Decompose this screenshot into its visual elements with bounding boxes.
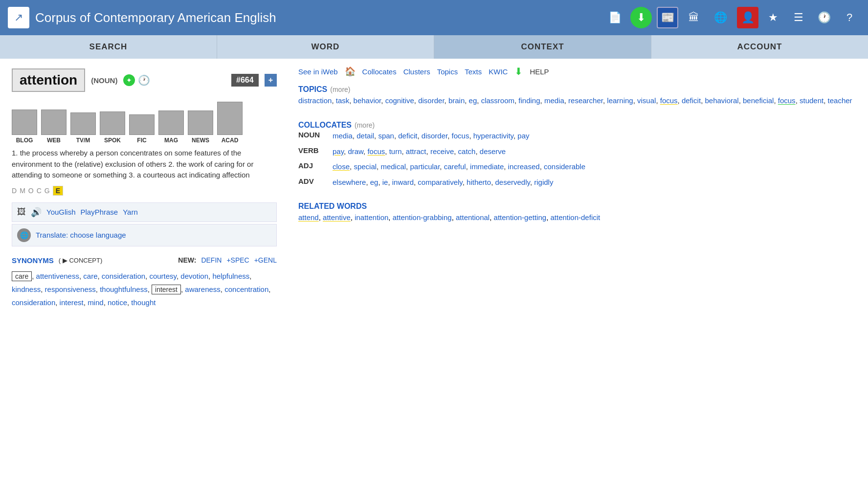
synonym-word[interactable]: interest (152, 285, 181, 294)
texts-link[interactable]: Texts (465, 67, 482, 76)
star-icon[interactable]: ★ (762, 7, 784, 28)
list-icon[interactable]: ☰ (788, 7, 809, 28)
colloc-word[interactable]: special (354, 162, 377, 171)
synonym-word[interactable]: care (83, 272, 97, 280)
related-word[interactable]: attend (298, 213, 319, 222)
topics-more[interactable]: (more) (330, 86, 350, 93)
topic-word[interactable]: learning (607, 96, 633, 105)
synonym-word[interactable]: consideration (102, 272, 145, 280)
topic-word[interactable]: brain (448, 96, 465, 105)
colloc-word[interactable]: catch (458, 147, 476, 156)
document-icon[interactable]: 📄 (604, 7, 625, 28)
synonym-word[interactable]: responsiveness (45, 285, 96, 293)
colloc-word[interactable]: media (333, 132, 353, 140)
genre-bar-mag[interactable]: MAG (158, 111, 184, 144)
colloc-word[interactable]: close (333, 162, 350, 171)
spec-link[interactable]: +SPEC (226, 256, 249, 264)
colloc-word[interactable]: draw (348, 147, 363, 156)
topic-word[interactable]: media (544, 96, 564, 105)
topic-word[interactable]: beneficial (743, 96, 774, 105)
translate-link[interactable]: Translate: choose language (36, 231, 126, 239)
genre-bar-acad[interactable]: ACAD (217, 102, 243, 144)
colloc-word[interactable]: comparatively (418, 178, 462, 186)
colloc-word[interactable]: focus (367, 147, 385, 156)
help-text-link[interactable]: HELP (530, 67, 549, 76)
word-history-icon[interactable]: 🕐 (138, 74, 150, 86)
synonym-word[interactable]: kindness (12, 285, 41, 293)
topic-word[interactable]: disorder (418, 96, 444, 105)
colloc-word[interactable]: careful (444, 162, 466, 171)
newspaper-icon[interactable]: 📰 (657, 7, 678, 28)
concept-link[interactable]: ( ▶ CONCEPT) (59, 257, 102, 264)
audio-icon[interactable]: 🔊 (31, 207, 42, 218)
related-word[interactable]: attention-deficit (550, 213, 600, 222)
colloc-word[interactable]: span (378, 132, 394, 140)
clusters-link[interactable]: Clusters (403, 67, 430, 76)
synonym-word[interactable]: consideration (12, 298, 55, 307)
collocates-link[interactable]: Collocates (362, 67, 397, 76)
genre-bar-web[interactable]: WEB (41, 110, 67, 144)
yarn-link[interactable]: Yarn (123, 208, 138, 216)
home-icon[interactable]: 🏠 (345, 66, 356, 77)
user-icon[interactable]: 👤 (737, 7, 758, 28)
related-word[interactable]: attentive (323, 213, 351, 222)
museum-icon[interactable]: 🏛 (683, 7, 705, 28)
colloc-word[interactable]: attract (406, 147, 426, 156)
colloc-word[interactable]: deficit (398, 132, 417, 140)
topic-word[interactable]: behavior (354, 96, 381, 105)
colloc-word[interactable]: ie (382, 178, 388, 186)
nav-word[interactable]: WORD (217, 35, 434, 59)
synonym-word[interactable]: attentiveness (36, 272, 79, 280)
topic-word[interactable]: teacher (828, 96, 852, 105)
nav-context[interactable]: CONTEXT (434, 35, 651, 59)
dmocg-e[interactable]: E (53, 186, 63, 196)
youglish-link[interactable]: YouGlish (46, 208, 76, 216)
defin-link[interactable]: DEFIN (201, 256, 222, 264)
related-word[interactable]: inattention (355, 213, 388, 222)
topic-word[interactable]: visual (637, 96, 656, 105)
globe-icon[interactable]: 🌐 (710, 7, 731, 28)
genre-bar-news[interactable]: NEWS (188, 111, 213, 144)
colloc-word[interactable]: medical (380, 162, 406, 171)
colloc-word[interactable]: disorder (422, 132, 447, 140)
synonym-word[interactable]: helpfulness (212, 272, 249, 280)
genre-bar-tv/m[interactable]: TV/M (70, 112, 96, 144)
nav-account[interactable]: ACCOUNT (651, 35, 868, 59)
topic-word[interactable]: behavioral (705, 96, 738, 105)
topic-word[interactable]: cognitive (385, 96, 414, 105)
synonym-word[interactable]: mind (88, 298, 104, 307)
colloc-word[interactable]: deservedly (495, 178, 530, 186)
colloc-word[interactable]: inward (392, 178, 414, 186)
synonym-word[interactable]: notice (108, 298, 127, 307)
plus-button[interactable]: + (265, 74, 277, 87)
synonym-word[interactable]: concentration (224, 285, 268, 293)
image-icon[interactable]: 🖼 (17, 207, 26, 217)
topic-word[interactable]: task (336, 96, 350, 105)
genre-bar-blog[interactable]: BLOG (12, 110, 37, 144)
see-in-iweb-link[interactable]: See in iWeb (298, 67, 338, 76)
playphrase-link[interactable]: PlayPhrase (81, 208, 118, 216)
colloc-word[interactable]: rigidly (534, 178, 553, 186)
synonym-word[interactable]: interest (60, 298, 84, 307)
colloc-word[interactable]: immediate (470, 162, 504, 171)
colloc-word[interactable]: deserve (480, 147, 506, 156)
synonym-word[interactable]: devotion (180, 272, 208, 280)
synonym-word[interactable]: awareness (185, 285, 221, 293)
colloc-word[interactable]: hyperactivity (473, 132, 513, 140)
favorite-icon[interactable]: ✦ (123, 74, 135, 86)
topic-word[interactable]: eg (469, 96, 477, 105)
topic-word[interactable]: distraction (298, 96, 332, 105)
nav-search[interactable]: SEARCH (0, 35, 217, 59)
topics-link[interactable]: Topics (437, 67, 458, 76)
related-word[interactable]: attentional (456, 213, 490, 222)
topic-word[interactable]: focus (778, 96, 796, 105)
history-icon[interactable]: 🕐 (813, 7, 835, 28)
colloc-word[interactable]: detail (356, 132, 374, 140)
app-logo-icon[interactable]: ↗ (8, 7, 29, 28)
topic-word[interactable]: deficit (682, 96, 701, 105)
colloc-word[interactable]: pay (517, 132, 529, 140)
collocates-more[interactable]: (more) (355, 121, 375, 129)
colloc-word[interactable]: increased (508, 162, 540, 171)
kwic-link[interactable]: KWIC (489, 67, 508, 76)
download-icon-right[interactable]: ⬇ (514, 66, 523, 77)
